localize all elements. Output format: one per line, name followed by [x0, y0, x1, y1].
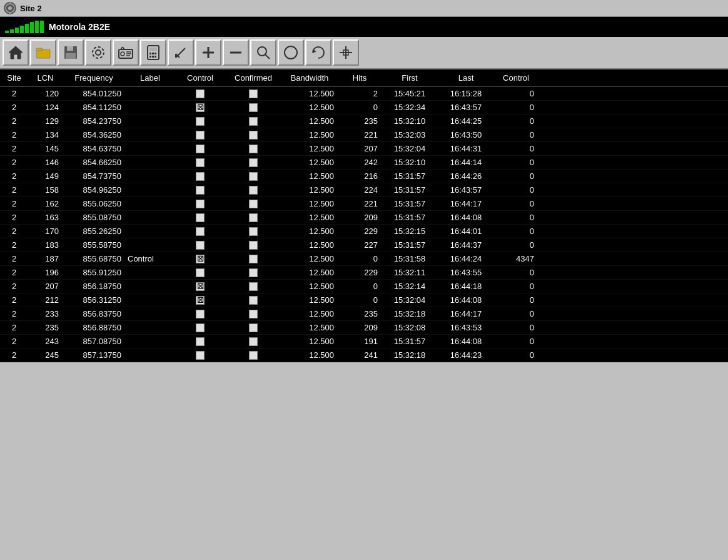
checkbox-empty[interactable] — [249, 268, 258, 277]
checkbox-empty[interactable] — [196, 241, 205, 250]
table-row[interactable]: 2245857.1375012.50024115:32:1816:44:230 — [0, 349, 728, 362]
cell-control-checkbox[interactable]: ☒ — [175, 101, 225, 114]
home-button[interactable] — [3, 39, 29, 66]
checkbox-empty[interactable] — [196, 268, 205, 277]
table-row[interactable]: 2129854.2375012.50023515:32:1016:44:250 — [0, 115, 728, 128]
cell-confirmed-checkbox[interactable] — [225, 142, 281, 155]
checkbox-checked[interactable]: ☒ — [196, 282, 205, 291]
cell-control-checkbox[interactable] — [175, 225, 225, 238]
cell-confirmed-checkbox[interactable] — [225, 197, 281, 210]
table-row[interactable]: 2183855.5875012.50022715:31:5716:44:370 — [0, 238, 728, 252]
checkbox-empty[interactable] — [249, 282, 258, 291]
checkbox-empty[interactable] — [249, 103, 258, 112]
settings-button[interactable] — [85, 39, 111, 66]
cell-control-checkbox[interactable] — [175, 87, 225, 100]
cell-confirmed-checkbox[interactable] — [225, 225, 281, 238]
checkbox-empty[interactable] — [249, 310, 258, 318]
checkbox-empty[interactable] — [196, 227, 205, 236]
edit-button[interactable] — [168, 39, 194, 66]
cell-control-checkbox[interactable] — [175, 238, 225, 252]
cell-confirmed-checkbox[interactable] — [225, 349, 281, 362]
cell-confirmed-checkbox[interactable] — [225, 266, 281, 279]
table-row[interactable]: 2235856.8875012.50020915:32:0816:43:530 — [0, 321, 728, 335]
radio-button[interactable] — [113, 39, 139, 66]
cell-confirmed-checkbox[interactable] — [225, 156, 281, 169]
checkbox-empty[interactable] — [249, 255, 258, 263]
cell-control-checkbox[interactable] — [175, 197, 225, 210]
save-button[interactable] — [58, 39, 84, 66]
cell-confirmed-checkbox[interactable] — [225, 115, 281, 128]
search-button[interactable] — [250, 39, 276, 66]
checkbox-empty[interactable] — [196, 131, 205, 140]
cell-confirmed-checkbox[interactable] — [225, 183, 281, 196]
checkbox-empty[interactable] — [249, 117, 258, 126]
checkbox-empty[interactable] — [249, 227, 258, 236]
checkbox-empty[interactable] — [196, 213, 205, 222]
checkbox-checked[interactable]: ☒ — [196, 255, 205, 263]
cell-confirmed-checkbox[interactable] — [225, 307, 281, 320]
table-row[interactable]: 2187855.68750Control☒12.500015:31:5816:4… — [0, 252, 728, 266]
checkbox-empty[interactable] — [196, 186, 205, 195]
cell-control-checkbox[interactable] — [175, 266, 225, 279]
checkbox-empty[interactable] — [196, 323, 205, 332]
checkbox-empty[interactable] — [249, 89, 258, 98]
checkbox-empty[interactable] — [196, 117, 205, 126]
checkbox-empty[interactable] — [249, 172, 258, 181]
checkbox-empty[interactable] — [196, 337, 205, 346]
table-row[interactable]: 2207856.18750☒12.500015:32:1416:44:180 — [0, 280, 728, 293]
checkbox-empty[interactable] — [249, 296, 258, 305]
checkbox-empty[interactable] — [249, 337, 258, 346]
checkbox-empty[interactable] — [196, 310, 205, 318]
table-row[interactable]: 2243857.0875012.50019115:31:5716:44:080 — [0, 335, 728, 349]
cell-confirmed-checkbox[interactable] — [225, 238, 281, 252]
checkbox-empty[interactable] — [196, 172, 205, 181]
table-row[interactable]: 2196855.9125012.50022915:32:1116:43:550 — [0, 266, 728, 280]
checkbox-empty[interactable] — [249, 158, 258, 167]
remove-button[interactable] — [223, 39, 249, 66]
table-row[interactable]: 2134854.3625012.50022115:32:0316:43:500 — [0, 128, 728, 142]
cell-confirmed-checkbox[interactable] — [225, 128, 281, 141]
calculator-button[interactable] — [140, 39, 166, 66]
table-row[interactable]: 2145854.6375012.50020715:32:0416:44:310 — [0, 142, 728, 156]
cell-control-checkbox[interactable] — [175, 115, 225, 128]
cell-control-checkbox[interactable] — [175, 183, 225, 196]
options-button[interactable] — [333, 39, 359, 66]
cell-confirmed-checkbox[interactable] — [225, 321, 281, 334]
checkbox-empty[interactable] — [249, 186, 258, 195]
cell-control-checkbox[interactable] — [175, 321, 225, 334]
open-folder-button[interactable] — [30, 39, 56, 66]
cell-control-checkbox[interactable] — [175, 211, 225, 224]
cell-control-checkbox[interactable] — [175, 170, 225, 183]
table-row[interactable]: 2170855.2625012.50022915:32:1516:44:010 — [0, 225, 728, 238]
checkbox-empty[interactable] — [196, 158, 205, 167]
cell-confirmed-checkbox[interactable] — [225, 280, 281, 293]
record-button[interactable] — [278, 39, 304, 66]
cell-control-checkbox[interactable] — [175, 128, 225, 141]
table-row[interactable]: 2146854.6625012.50024215:32:1016:44:140 — [0, 156, 728, 170]
cell-control-checkbox[interactable] — [175, 335, 225, 348]
table-row[interactable]: 2163855.0875012.50020915:31:5716:44:080 — [0, 211, 728, 225]
cell-confirmed-checkbox[interactable] — [225, 170, 281, 183]
checkbox-empty[interactable] — [249, 200, 258, 208]
checkbox-empty[interactable] — [196, 89, 205, 98]
checkbox-empty[interactable] — [196, 145, 205, 153]
cell-confirmed-checkbox[interactable] — [225, 252, 281, 265]
refresh-button[interactable] — [305, 39, 331, 66]
cell-confirmed-checkbox[interactable] — [225, 335, 281, 348]
checkbox-empty[interactable] — [249, 131, 258, 140]
checkbox-empty[interactable] — [249, 351, 258, 360]
checkbox-empty[interactable] — [249, 213, 258, 222]
table-row[interactable]: 2233856.8375012.50023515:32:1816:44:170 — [0, 307, 728, 321]
table-row[interactable]: 2120854.0125012.500215:45:2116:15:280 — [0, 87, 728, 101]
cell-confirmed-checkbox[interactable] — [225, 293, 281, 307]
checkbox-empty[interactable] — [196, 200, 205, 208]
cell-control-checkbox[interactable]: ☒ — [175, 293, 225, 307]
checkbox-empty[interactable] — [249, 145, 258, 153]
table-row[interactable]: 2158854.9625012.50022415:31:5716:43:570 — [0, 183, 728, 197]
add-button[interactable] — [195, 39, 221, 66]
table-row[interactable]: 2149854.7375012.50021615:31:5716:44:260 — [0, 170, 728, 183]
table-row[interactable]: 2162855.0625012.50022115:31:5716:44:170 — [0, 197, 728, 211]
checkbox-empty[interactable] — [249, 241, 258, 250]
cell-confirmed-checkbox[interactable] — [225, 211, 281, 224]
checkbox-empty[interactable] — [249, 323, 258, 332]
